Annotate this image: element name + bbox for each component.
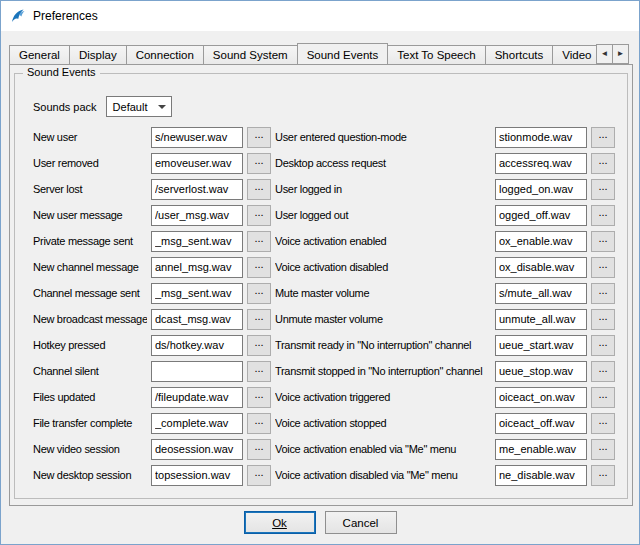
sound-event-label: Files updated [33,391,147,403]
browse-button[interactable]: ... [247,309,271,330]
sound-event-label: Transmit ready in "No interruption" chan… [275,339,491,351]
browse-button[interactable]: ... [591,413,615,434]
sounds-pack-row: Sounds pack Default [33,96,172,117]
sound-event-label: New user message [33,209,147,221]
browse-button[interactable]: ... [247,179,271,200]
sound-file-input[interactable] [495,361,587,382]
browse-button[interactable]: ... [247,413,271,434]
tab-scroll-left-button[interactable]: ◄ [596,44,613,64]
tab-shortcuts[interactable]: Shortcuts [485,45,554,64]
tab-sound-events[interactable]: Sound Events [297,43,389,64]
sound-file-input[interactable] [151,361,243,382]
sound-file-input[interactable] [151,283,243,304]
cancel-button[interactable]: Cancel [325,511,397,534]
tab-label: Text To Speech [397,49,475,61]
tab-text-to-speech[interactable]: Text To Speech [387,45,485,64]
sound-event-label: New channel message [33,261,147,273]
browse-button[interactable]: ... [247,283,271,304]
browse-button[interactable]: ... [591,231,615,252]
tab-label: Video [562,49,591,61]
sound-events-tab-page: Sound Events Sounds pack Default New use… [9,64,633,506]
sound-file-input[interactable] [495,309,587,330]
browse-button[interactable]: ... [591,439,615,460]
sound-event-label: File transfer complete [33,417,147,429]
sound-event-label: Desktop access request [275,157,491,169]
sound-file-input[interactable] [151,205,243,226]
tab-video[interactable]: Video [552,45,601,64]
tab-bar: General Display Connection Sound System … [9,43,633,64]
sound-file-input[interactable] [151,153,243,174]
browse-button[interactable]: ... [247,257,271,278]
sound-file-input[interactable] [495,127,587,148]
sound-event-label: Channel message sent [33,287,147,299]
sound-file-input[interactable] [495,179,587,200]
sound-file-input[interactable] [151,231,243,252]
sound-file-input[interactable] [151,257,243,278]
browse-button[interactable]: ... [247,127,271,148]
sound-file-input[interactable] [495,335,587,356]
browse-button[interactable]: ... [591,179,615,200]
browse-button[interactable]: ... [247,439,271,460]
browse-button[interactable]: ... [247,465,271,486]
sound-file-input[interactable] [495,257,587,278]
sound-file-input[interactable] [151,335,243,356]
sound-file-input[interactable] [151,439,243,460]
sound-file-input[interactable] [495,283,587,304]
ok-button[interactable]: Ok [244,511,316,534]
tab-label: General [19,49,60,61]
tab-connection[interactable]: Connection [126,45,204,64]
browse-button[interactable]: ... [591,127,615,148]
browse-button[interactable]: ... [591,283,615,304]
sound-file-input[interactable] [495,205,587,226]
browse-button[interactable]: ... [247,205,271,226]
sound-event-label: Transmit stopped in "No interruption" ch… [275,365,491,377]
tab-scroll-right-button[interactable]: ► [612,44,629,64]
sound-file-input[interactable] [495,439,587,460]
tab-label: Display [79,49,117,61]
title-bar: Preferences [1,1,639,31]
sound-file-input[interactable] [151,127,243,148]
browse-button[interactable]: ... [591,309,615,330]
sound-file-input[interactable] [495,387,587,408]
browse-button[interactable]: ... [591,153,615,174]
sound-event-label: New desktop session [33,469,147,481]
tab-display[interactable]: Display [69,45,127,64]
sound-file-input[interactable] [151,309,243,330]
sound-file-input[interactable] [495,231,587,252]
sound-file-input[interactable] [495,465,587,486]
preferences-dialog: Preferences General Display Connection S… [0,0,640,545]
sound-event-label: User logged out [275,209,491,221]
browse-button[interactable]: ... [247,335,271,356]
window-title: Preferences [33,9,98,23]
sound-event-label: Private message sent [33,235,147,247]
browse-button[interactable]: ... [591,361,615,382]
sound-file-input[interactable] [495,153,587,174]
browse-button[interactable]: ... [591,257,615,278]
sounds-pack-value: Default [113,101,148,113]
sound-file-input[interactable] [151,387,243,408]
sounds-pack-combobox[interactable]: Default [106,96,172,117]
sound-event-label: User removed [33,157,147,169]
sound-event-label: New video session [33,443,147,455]
sound-event-label: Voice activation disabled [275,261,491,273]
browse-button[interactable]: ... [591,465,615,486]
sound-file-input[interactable] [495,413,587,434]
sound-file-input[interactable] [151,465,243,486]
sound-event-label: Voice activation enabled [275,235,491,247]
tab-label: Sound Events [307,49,379,61]
browse-button[interactable]: ... [247,387,271,408]
sound-event-label: Hotkey pressed [33,339,147,351]
sound-file-input[interactable] [151,413,243,434]
sound-events-groupbox: Sound Events Sounds pack Default New use… [14,73,628,499]
sound-event-label: Channel silent [33,365,147,377]
sound-file-input[interactable] [151,179,243,200]
dialog-footer: Ok Cancel [1,511,639,534]
browse-button[interactable]: ... [247,231,271,252]
browse-button[interactable]: ... [247,153,271,174]
browse-button[interactable]: ... [591,205,615,226]
tab-general[interactable]: General [9,45,70,64]
browse-button[interactable]: ... [247,361,271,382]
browse-button[interactable]: ... [591,387,615,408]
tab-sound-system[interactable]: Sound System [203,45,298,64]
browse-button[interactable]: ... [591,335,615,356]
